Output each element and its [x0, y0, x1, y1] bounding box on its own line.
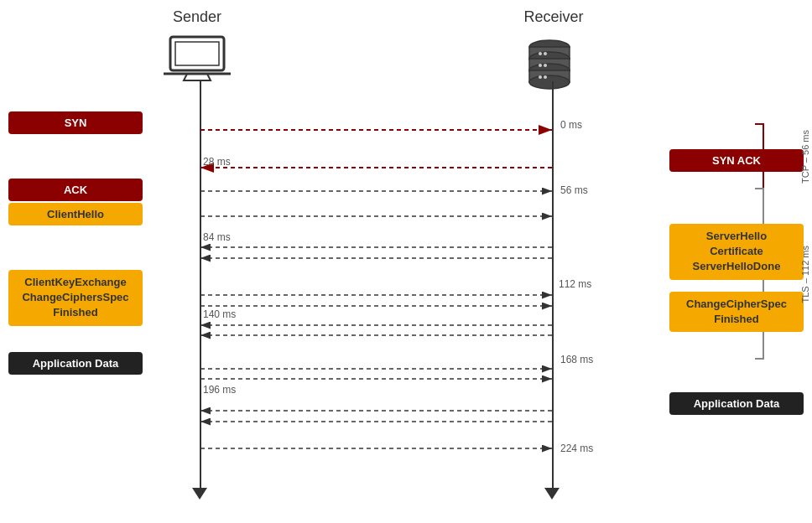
diagram-container: Sender Receiver	[0, 0, 812, 523]
timestamp-224ms: 224 ms	[560, 443, 593, 454]
tcp-brace-label: TCP – 56 ms	[799, 124, 810, 189]
client-hello-label: ClientHello	[8, 203, 143, 225]
timestamp-28ms: 28 ms	[203, 156, 231, 168]
timestamp-140ms: 140 ms	[203, 308, 236, 320]
svg-point-12	[539, 64, 542, 67]
sender-label: Sender	[164, 8, 231, 26]
receiver-label: Receiver	[520, 8, 587, 26]
syn-ack-label: SYN ACK	[669, 149, 804, 172]
sender-timeline	[200, 81, 201, 492]
client-key-label: ClientKeyExchangeChangeCiphersSpecFinish…	[8, 270, 143, 326]
svg-point-9	[529, 75, 570, 89]
ack-label: ACK	[8, 179, 143, 201]
svg-point-13	[544, 64, 547, 67]
receiver-timeline	[552, 81, 554, 492]
receiver-server-icon	[520, 35, 579, 94]
timestamp-84ms: 84 ms	[203, 231, 231, 243]
timestamp-0ms: 0 ms	[560, 119, 582, 131]
sender-laptop-icon	[164, 35, 231, 81]
change-cipher-label: ChangeCipherSpecFinished	[669, 292, 804, 332]
receiver-arrow-down	[544, 488, 560, 500]
app-data-right-label: Application Data	[669, 392, 804, 415]
svg-point-11	[544, 52, 547, 55]
timestamp-112ms: 112 ms	[559, 278, 591, 290]
timestamp-196ms: 196 ms	[203, 384, 236, 396]
svg-rect-1	[175, 42, 219, 65]
timestamp-168ms: 168 ms	[560, 354, 593, 365]
app-data-left-label: Application Data	[8, 352, 143, 375]
tls-brace-label: TLS – 112 ms	[799, 193, 810, 356]
svg-point-14	[539, 75, 542, 79]
timestamp-56ms: 56 ms	[560, 184, 588, 196]
syn-label: SYN	[8, 111, 143, 134]
svg-point-15	[544, 75, 547, 79]
sender-arrow-down	[192, 488, 207, 500]
server-hello-label: ServerHelloCertificateServerHelloDone	[669, 224, 804, 280]
svg-point-10	[539, 52, 542, 55]
